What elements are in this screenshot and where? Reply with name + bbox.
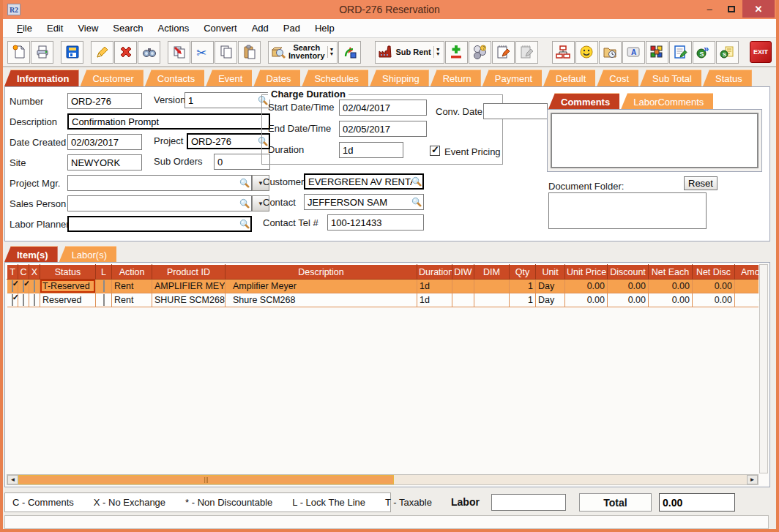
money-note-button[interactable]: S — [716, 41, 739, 64]
project-mgr-lookup-icon[interactable] — [239, 177, 250, 188]
start-date-input[interactable] — [339, 100, 427, 116]
search-inventory-button[interactable]: SearchInventory ▼▼ — [268, 41, 338, 64]
cell-product-id[interactable]: AMPLIFIER MEY... — [152, 280, 225, 293]
item-row-2[interactable]: Reserved Rent SHURE SCM268 Shure SCM268 … — [7, 293, 759, 307]
x-checkbox[interactable] — [34, 294, 35, 306]
cell-unit-price[interactable]: 0.00 — [565, 293, 608, 307]
tab-status[interactable]: Status — [703, 70, 752, 86]
cell-unit-price[interactable]: 0.00 — [565, 280, 608, 293]
cell-description[interactable]: Shure SCM268 — [225, 293, 417, 307]
scroll-thumb[interactable] — [18, 475, 394, 484]
scroll-track[interactable] — [394, 475, 748, 484]
tab-contacts[interactable]: Contacts — [145, 70, 204, 86]
cell-amount[interactable]: 0.00 — [735, 280, 759, 293]
reset-button[interactable]: Reset — [684, 176, 718, 190]
minimize-button[interactable]: – — [698, 0, 720, 18]
document-folder-box[interactable] — [548, 192, 707, 229]
cell-x[interactable] — [29, 293, 40, 307]
cell-unit[interactable]: Day — [536, 280, 565, 293]
col-qty[interactable]: Qty — [510, 265, 536, 280]
cell-net-each[interactable]: 0.00 — [649, 280, 693, 293]
customer-input[interactable] — [304, 173, 424, 190]
find-button[interactable] — [138, 41, 160, 64]
tab-subtotal[interactable]: Sub Total — [640, 70, 701, 86]
menu-add[interactable]: Add — [245, 20, 275, 36]
col-amount[interactable]: Amount — [735, 265, 759, 280]
cell-l[interactable] — [96, 280, 112, 293]
cell-l[interactable] — [96, 293, 112, 307]
cell-action[interactable]: Rent — [112, 280, 152, 293]
sales-person-input[interactable] — [67, 195, 252, 211]
cell-amount[interactable]: 0.00 — [735, 293, 759, 307]
labor-total-input[interactable] — [491, 494, 566, 511]
total-button[interactable]: Total — [579, 493, 652, 512]
scroll-right-arrow[interactable]: ► — [747, 475, 758, 484]
tab-items[interactable]: Item(s) — [4, 246, 58, 262]
notes-edit-button[interactable] — [492, 41, 515, 64]
cell-x[interactable] — [29, 280, 40, 293]
hierarchy-button[interactable] — [552, 41, 575, 64]
menu-actions[interactable]: Actions — [152, 20, 196, 36]
cell-product-id[interactable]: SHURE SCM268 — [152, 293, 225, 307]
conv-date-input[interactable] — [483, 103, 548, 119]
x-checkbox[interactable] — [34, 280, 35, 292]
item-row-1[interactable]: T-Reserved Rent AMPLIFIER MEY... Amplifi… — [7, 280, 759, 293]
sub-rent-button[interactable]: Sub Rent ▼▼ — [375, 41, 444, 64]
col-l[interactable]: L — [96, 265, 112, 280]
tab-event[interactable]: Event — [206, 70, 252, 86]
col-description[interactable]: Description — [225, 265, 417, 280]
col-x[interactable]: X — [29, 265, 40, 280]
event-pricing-checkbox[interactable] — [430, 146, 440, 156]
labor-planner-lookup-icon[interactable] — [239, 218, 250, 229]
cell-action[interactable]: Rent — [112, 293, 152, 307]
cell-net-disc[interactable]: 0.00 — [693, 280, 735, 293]
cell-status[interactable]: Reserved — [40, 293, 96, 307]
sales-person-lookup-icon[interactable] — [239, 198, 250, 209]
col-t[interactable]: T — [7, 265, 18, 280]
cell-discount[interactable]: 0.00 — [608, 280, 649, 293]
copy-button[interactable] — [215, 41, 237, 64]
availability-button[interactable] — [338, 41, 361, 64]
cell-duration[interactable]: 1d — [417, 293, 452, 307]
col-product-id[interactable]: Product ID — [152, 265, 225, 280]
col-status[interactable]: Status — [40, 265, 96, 280]
cell-status[interactable]: T-Reserved — [40, 280, 96, 293]
contact-lookup-icon[interactable] — [411, 196, 422, 207]
number-input[interactable] — [67, 93, 142, 109]
folder-history-button[interactable] — [599, 41, 622, 64]
end-date-input[interactable] — [339, 121, 427, 137]
cell-c[interactable] — [18, 293, 29, 307]
document-edit-button[interactable] — [669, 41, 692, 64]
close-button[interactable]: ✕ — [742, 0, 775, 18]
paste-button[interactable] — [238, 41, 261, 64]
site-input[interactable] — [67, 154, 142, 171]
scroll-left-arrow[interactable]: ◄ — [7, 475, 18, 484]
l-checkbox[interactable] — [103, 294, 105, 306]
tab-comments[interactable]: Comments — [548, 93, 619, 109]
cell-dim[interactable] — [474, 280, 510, 293]
cell-duration[interactable]: 1d — [417, 280, 452, 293]
copy-special-button[interactable] — [168, 41, 190, 64]
tab-default[interactable]: Default — [543, 70, 595, 86]
col-unit-price[interactable]: Unit Price — [565, 265, 608, 280]
tab-information[interactable]: Information — [4, 70, 79, 86]
tab-customer[interactable]: Customer — [81, 70, 144, 86]
menu-convert[interactable]: Convert — [197, 20, 244, 36]
cell-t[interactable] — [7, 280, 18, 293]
tab-dates[interactable]: Dates — [253, 70, 300, 86]
cell-diw[interactable] — [452, 280, 474, 293]
cell-t[interactable] — [7, 293, 18, 307]
notes-disabled-button[interactable] — [515, 41, 538, 64]
t-checkbox[interactable] — [12, 280, 13, 292]
sub-rent-dropdown[interactable]: ▼▼ — [433, 46, 442, 58]
col-c[interactable]: C — [18, 265, 29, 280]
search-inventory-dropdown[interactable]: ▼▼ — [327, 46, 336, 58]
l-checkbox[interactable] — [103, 280, 105, 292]
customer-lookup-icon[interactable] — [411, 176, 422, 187]
tab-cost[interactable]: Cost — [597, 70, 638, 86]
menu-view[interactable]: View — [71, 20, 105, 36]
cell-qty[interactable]: 1 — [510, 293, 536, 307]
cell-dim[interactable] — [474, 293, 510, 307]
shortcut-key-button[interactable]: A — [622, 41, 645, 64]
comments-textarea[interactable] — [551, 113, 758, 168]
